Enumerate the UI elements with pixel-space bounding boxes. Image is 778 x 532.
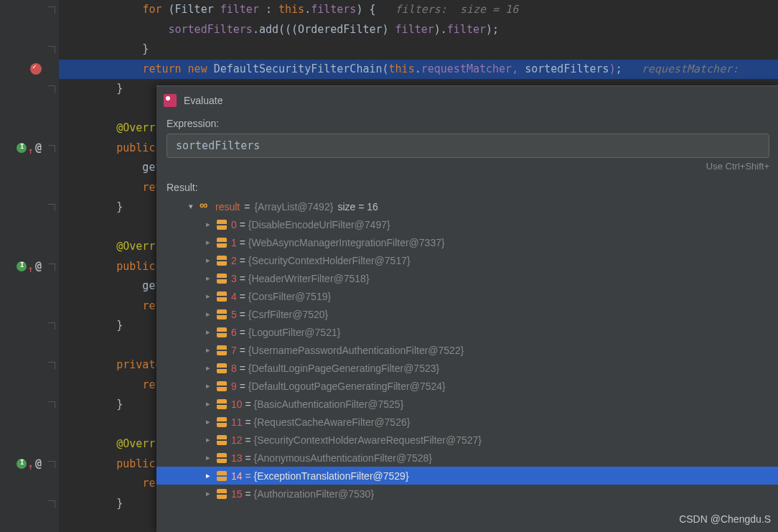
- shortcut-hint: Use Ctrl+Shift+: [156, 158, 778, 179]
- override-gutter-icon[interactable]: @: [9, 139, 44, 158]
- result-item[interactable]: 11 = {RequestCacheAwareFilter@7526}: [156, 413, 778, 431]
- result-item[interactable]: 9 = {DefaultLogoutPageGeneratingFilter@7…: [156, 377, 778, 395]
- element-icon: [217, 435, 227, 445]
- element-icon: [217, 453, 227, 463]
- result-item[interactable]: 2 = {SecurityContextHolderFilter@7517}: [156, 251, 778, 269]
- result-item[interactable]: 13 = {AnonymousAuthenticationFilter@7528…: [156, 449, 778, 467]
- element-icon: [217, 381, 227, 391]
- chevron-right-icon[interactable]: [204, 363, 212, 373]
- chevron-right-icon[interactable]: [204, 345, 212, 355]
- result-item[interactable]: 6 = {LogoutFilter@7521}: [156, 323, 778, 341]
- fold-column: [44, 0, 59, 532]
- fold-marker[interactable]: [48, 204, 55, 211]
- watermark: CSDN @Chengdu.S: [679, 513, 771, 525]
- element-icon: [217, 489, 227, 499]
- element-icon: [217, 327, 227, 337]
- chevron-right-icon[interactable]: [204, 399, 212, 409]
- fold-marker[interactable]: [48, 401, 55, 409]
- fold-marker[interactable]: [48, 461, 55, 468]
- override-gutter-icon[interactable]: @: [9, 454, 44, 474]
- chevron-right-icon[interactable]: [204, 327, 212, 337]
- fold-marker[interactable]: [48, 85, 55, 93]
- fold-marker[interactable]: [48, 500, 55, 508]
- chevron-right-icon[interactable]: [204, 309, 212, 319]
- element-icon: [217, 291, 227, 302]
- result-item[interactable]: 0 = {DisableEncodeUrlFilter@7497}: [156, 215, 778, 233]
- code-line[interactable]: }: [59, 39, 778, 60]
- element-icon: [217, 471, 227, 481]
- code-line[interactable]: return new DefaultSecurityFilterChain(th…: [59, 60, 778, 80]
- result-item[interactable]: 14 = {ExceptionTranslationFilter@7529}: [156, 467, 778, 485]
- result-item[interactable]: 3 = {HeaderWriterFilter@7518}: [156, 269, 778, 287]
- fold-marker[interactable]: [48, 322, 55, 330]
- chevron-right-icon[interactable]: [204, 417, 212, 426]
- chevron-right-icon[interactable]: [204, 471, 212, 480]
- element-icon: [217, 274, 227, 284]
- result-item[interactable]: 12 = {SecurityContextHolderAwareRequestF…: [156, 431, 778, 449]
- chevron-right-icon[interactable]: [204, 274, 212, 283]
- code-line[interactable]: sortedFilters.add(((OrderedFilter) filte…: [59, 20, 778, 40]
- chevron-right-icon[interactable]: [204, 256, 212, 265]
- fold-marker[interactable]: [48, 6, 55, 14]
- result-icon: [200, 202, 211, 212]
- element-icon: [217, 345, 227, 355]
- result-item[interactable]: 15 = {AuthorizationFilter@7530}: [156, 485, 778, 503]
- result-item[interactable]: 5 = {CsrfFilter@7520}: [156, 305, 778, 323]
- result-tree[interactable]: result = {ArrayList@7492} size = 160 = {…: [156, 196, 778, 504]
- element-icon: [217, 238, 227, 248]
- chevron-right-icon[interactable]: [204, 238, 212, 247]
- line-number-gutter: [0, 0, 9, 532]
- override-gutter-icon[interactable]: @: [9, 257, 44, 276]
- element-icon: [217, 363, 227, 373]
- gutter-icon-column: @@@: [9, 0, 44, 532]
- result-item[interactable]: 10 = {BasicAuthenticationFilter@7525}: [156, 395, 778, 413]
- result-item[interactable]: 8 = {DefaultLoginPageGeneratingFilter@75…: [156, 359, 778, 377]
- result-root-node[interactable]: result = {ArrayList@7492} size = 16: [156, 197, 778, 215]
- fold-marker[interactable]: [48, 46, 55, 53]
- dialog-title: Evaluate: [184, 95, 222, 106]
- result-item[interactable]: 1 = {WebAsyncManagerIntegrationFilter@73…: [156, 233, 778, 251]
- element-icon: [217, 309, 227, 319]
- expression-input[interactable]: [167, 134, 769, 158]
- result-item[interactable]: 7 = {UsernamePasswordAuthenticationFilte…: [156, 341, 778, 359]
- expression-label: Expression:: [156, 115, 778, 132]
- element-icon: [217, 256, 227, 266]
- element-icon: [217, 399, 227, 409]
- chevron-right-icon[interactable]: [204, 435, 212, 444]
- fold-marker[interactable]: [48, 145, 55, 152]
- evaluate-dialog: Evaluate Expression: Use Ctrl+Shift+ Res…: [156, 85, 778, 532]
- breakpoint-icon[interactable]: [9, 60, 44, 79]
- chevron-right-icon[interactable]: [204, 489, 212, 498]
- code-line[interactable]: for (Filter filter : this.filters) { fil…: [59, 0, 778, 20]
- chevron-right-icon[interactable]: [204, 453, 212, 462]
- chevron-right-icon[interactable]: [204, 381, 212, 391]
- element-icon: [217, 220, 227, 230]
- chevron-right-icon[interactable]: [204, 291, 212, 301]
- chevron-right-icon[interactable]: [204, 220, 212, 229]
- result-item[interactable]: 4 = {CorsFilter@7519}: [156, 287, 778, 305]
- result-label: Result:: [156, 179, 778, 196]
- fold-marker[interactable]: [48, 263, 55, 271]
- fold-marker[interactable]: [48, 362, 55, 369]
- chevron-down-icon[interactable]: [187, 202, 195, 211]
- evaluate-icon: [164, 94, 177, 107]
- dialog-header: Evaluate: [156, 86, 778, 115]
- element-icon: [217, 417, 227, 427]
